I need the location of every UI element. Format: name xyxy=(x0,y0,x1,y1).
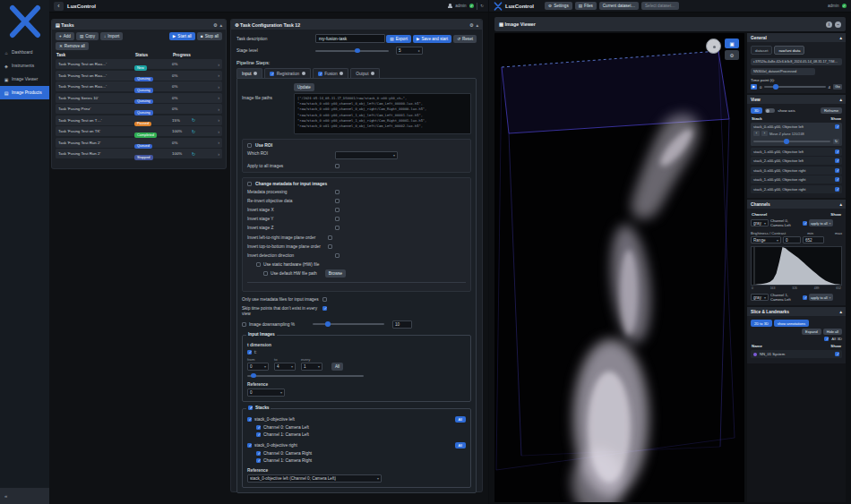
invert-stage-z-checkbox[interactable] xyxy=(335,226,340,230)
collapse-icon[interactable]: ▴ xyxy=(840,202,842,207)
reset-z-icon[interactable]: ↻ xyxy=(833,139,839,144)
which-roi-select[interactable]: ▾ xyxy=(335,151,398,159)
sync-icon[interactable]: ↻ xyxy=(192,151,204,157)
session-icon[interactable]: ↻ xyxy=(480,4,484,8)
gear-icon[interactable]: ⚙ xyxy=(469,22,473,28)
files-button[interactable]: ▤Files xyxy=(575,2,597,10)
timepoint-range-slider[interactable] xyxy=(247,375,364,377)
t-every-input[interactable]: 1▾ xyxy=(301,363,322,371)
sidebar-item-image-products[interactable]: ▤ Image Products xyxy=(0,86,49,99)
import-task-button[interactable]: ↓Import xyxy=(100,32,123,40)
invert-ttb-plane-checkbox[interactable] xyxy=(328,244,332,249)
t-enabled-checkbox[interactable] xyxy=(247,350,252,355)
invert-stage-x-checkbox[interactable] xyxy=(335,208,340,212)
tab-registration[interactable]: Registration xyxy=(264,68,311,78)
invert-stage-y-checkbox[interactable] xyxy=(335,217,340,221)
downsampling-checkbox[interactable] xyxy=(242,322,246,327)
apply-to-all-button[interactable]: apply to all▾ xyxy=(809,294,833,301)
registration-checkbox[interactable] xyxy=(270,72,274,76)
snapshot-button[interactable]: ▣ xyxy=(725,38,739,48)
expand-button[interactable]: Expand xyxy=(802,329,821,335)
orientation-widget[interactable] xyxy=(706,38,721,54)
chevron-right-icon[interactable]: › xyxy=(218,84,219,90)
range-select[interactable]: Range▾ xyxy=(751,236,781,243)
channel0-color-select[interactable]: gray▾ xyxy=(751,219,769,226)
task-description-input[interactable]: my-fusion-task xyxy=(315,34,385,43)
channel0-right-checkbox[interactable] xyxy=(256,451,261,456)
add-task-button[interactable]: +Add xyxy=(56,32,74,40)
chevron-right-icon[interactable]: › xyxy=(218,73,219,78)
sidebar-item-image-viewer[interactable]: ▣ Image Viewer xyxy=(0,73,49,86)
image-file-paths-textarea[interactable]: ["/2024-05-14_08.31.17_DS0001/raw/stack_… xyxy=(294,93,471,134)
stack-row[interactable]: stack_1-x00-y00, Objective right xyxy=(751,175,842,184)
tab-dataset[interactable]: dataset xyxy=(751,46,772,55)
downsampling-slider[interactable] xyxy=(313,323,384,325)
info-icon[interactable]: i xyxy=(826,21,832,28)
settings-button[interactable]: ⚙Settings xyxy=(545,2,572,10)
gear-icon[interactable]: ⚙ xyxy=(213,22,217,28)
show-axis-toggle[interactable] xyxy=(765,108,775,114)
static-hw-checkbox[interactable] xyxy=(256,262,261,267)
collapse-icon[interactable]: ▴ xyxy=(219,22,222,28)
chevron-right-icon[interactable]: › xyxy=(218,107,219,112)
hide-all-button[interactable]: Hide all xyxy=(823,329,842,335)
default-hw-checkbox[interactable] xyxy=(263,271,268,276)
metadata-processing-checkbox[interactable] xyxy=(335,190,340,194)
collapse-icon[interactable]: – xyxy=(835,21,841,28)
histogram[interactable] xyxy=(751,246,842,286)
tab-fusion[interactable]: Fusion xyxy=(313,68,348,78)
chevron-right-icon[interactable]: › xyxy=(218,117,219,123)
channel1-left-checkbox[interactable] xyxy=(256,432,261,437)
collapse-icon[interactable]: ▴ xyxy=(476,22,478,28)
select-all-right-button[interactable]: All xyxy=(455,442,466,448)
sidebar-item-instruments[interactable]: ◈ Instruments xyxy=(0,59,49,73)
mode-3d-button[interactable]: 3D xyxy=(751,107,762,114)
t-from-input[interactable]: 0▾ xyxy=(247,363,269,371)
sync-icon[interactable]: ↻ xyxy=(192,117,204,123)
stage-level-input[interactable]: 5▸ xyxy=(396,47,423,55)
sync-icon[interactable]: ↻ xyxy=(192,129,204,134)
viewer-settings-button[interactable]: ⚙ xyxy=(725,50,739,60)
step-forward-icon[interactable]: › xyxy=(761,131,768,136)
save-and-start-button[interactable]: ▶Save and start xyxy=(413,35,451,43)
chevron-right-icon[interactable]: › xyxy=(218,62,219,67)
dataset-path-button[interactable]: NN300xl_dataset/Processed xyxy=(751,68,815,75)
stack-left-checkbox[interactable] xyxy=(247,417,252,422)
all-3d-checkbox[interactable] xyxy=(824,337,829,341)
channel0-show-checkbox[interactable] xyxy=(803,221,807,226)
all-timepoints-button[interactable]: All xyxy=(331,363,343,371)
export-button[interactable]: ▤Export xyxy=(386,35,411,43)
select-all-left-button[interactable]: All xyxy=(455,416,466,423)
copy-task-button[interactable]: ▤Copy xyxy=(76,32,99,40)
stack-row[interactable]: stack_1-x00-y00, Objective left xyxy=(751,148,842,156)
apply-all-images-checkbox[interactable] xyxy=(335,164,340,168)
show-stack-checkbox[interactable] xyxy=(835,177,839,182)
stop-all-button[interactable]: ■Stop all xyxy=(197,32,222,40)
t-to-input[interactable]: 4▾ xyxy=(274,363,296,371)
only-metadata-checkbox[interactable] xyxy=(322,297,327,302)
render-canvas[interactable]: ▣ ⚙ xyxy=(494,33,744,502)
reset-button[interactable]: ↺Reset xyxy=(453,35,477,43)
tab-input[interactable]: Input xyxy=(236,68,262,78)
sidebar-collapse-button[interactable]: « xyxy=(0,488,49,504)
channel1-show-checkbox[interactable] xyxy=(803,295,807,300)
remove-all-button[interactable]: ✕Remove all xyxy=(56,42,89,50)
max-input[interactable]: 652 xyxy=(803,236,824,243)
show-stack-checkbox[interactable] xyxy=(835,158,839,163)
stack-right-checkbox[interactable] xyxy=(247,443,252,448)
show-annotations-button[interactable]: show annotations xyxy=(774,320,809,327)
min-input[interactable]: 0 xyxy=(783,236,801,243)
apply-to-all-button[interactable]: apply to all▾ xyxy=(809,219,833,226)
update-paths-button[interactable]: Update xyxy=(294,83,314,91)
channel1-color-select[interactable]: gray▾ xyxy=(751,294,769,301)
stack-row[interactable]: stack_2-x00-y00, Objective left xyxy=(751,157,842,165)
stack-row[interactable]: stack_2-x00-y00, Objective right xyxy=(751,185,842,193)
fusion-checkbox[interactable] xyxy=(318,72,322,76)
select-dataset-button[interactable]: Select dataset… xyxy=(641,2,679,10)
skip-timepoints-checkbox[interactable] xyxy=(322,306,327,311)
play-button[interactable]: ▶ xyxy=(751,84,757,90)
reframe-button[interactable]: Reframe xyxy=(821,107,842,114)
stage-level-slider[interactable] xyxy=(315,50,389,52)
use-roi-checkbox[interactable] xyxy=(247,143,252,148)
channel0-left-checkbox[interactable] xyxy=(256,425,261,430)
